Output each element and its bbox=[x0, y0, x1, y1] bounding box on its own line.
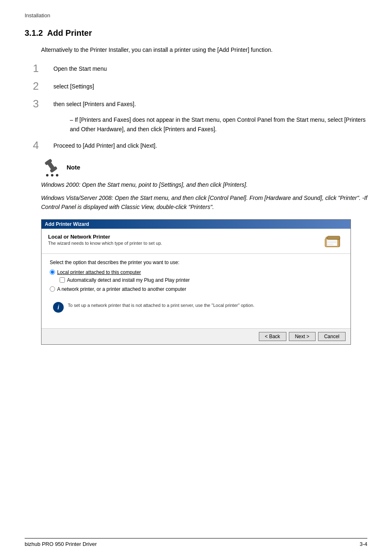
radio-network-printer[interactable]: A network printer, or a printer attached… bbox=[50, 286, 342, 292]
radio-local-printer-label: Local printer attached to this computer bbox=[57, 269, 141, 275]
step-1-text: Open the Start menu bbox=[53, 63, 107, 73]
footer-page: 3-4 bbox=[360, 541, 367, 547]
next-button[interactable]: Next > bbox=[289, 332, 316, 341]
step-2: 2 select [Settings] bbox=[33, 80, 367, 92]
note-label: Note bbox=[67, 164, 80, 171]
checkbox-autodetect-label: Automatically detect and install my Plug… bbox=[67, 277, 190, 283]
note-section: Note Windows 2000: Open the Start menu, … bbox=[41, 157, 367, 212]
section-title: 3.1.2 Add Printer bbox=[25, 28, 367, 38]
wizard-titlebar: Add Printer Wizard bbox=[42, 220, 350, 229]
page-footer: bizhub PRO 950 Printer Driver 3-4 bbox=[25, 538, 367, 547]
wizard-footer: < Back Next > Cancel bbox=[42, 328, 350, 344]
checkbox-autodetect[interactable]: Automatically detect and install my Plug… bbox=[60, 277, 342, 283]
info-icon: i bbox=[53, 302, 64, 313]
step-4-text: Proceed to [Add Printer] and click [Next… bbox=[53, 139, 157, 150]
step-4-number: 4 bbox=[33, 139, 49, 151]
radio-network-printer-input[interactable] bbox=[50, 286, 55, 292]
radio-network-printer-label: A network printer, or a printer attached… bbox=[57, 286, 186, 292]
wizard-header-title: Local or Network Printer bbox=[48, 234, 162, 240]
back-button[interactable]: < Back bbox=[259, 332, 286, 341]
checkbox-autodetect-input[interactable] bbox=[60, 277, 65, 283]
wizard-body: Local or Network Printer The wizard need… bbox=[42, 229, 350, 344]
step-1-number: 1 bbox=[33, 63, 49, 74]
wizard-info-box: i To set up a network printer that is no… bbox=[50, 299, 342, 316]
step-3-number: 3 bbox=[33, 98, 49, 110]
note-icon bbox=[41, 157, 63, 178]
step-3-text: then select [Printers and Faxes]. bbox=[53, 98, 136, 109]
steps-container: 1 Open the Start menu 2 select [Settings… bbox=[33, 63, 367, 151]
footer-product: bizhub PRO 950 Printer Driver bbox=[25, 541, 97, 547]
svg-rect-9 bbox=[327, 236, 340, 239]
wizard-content: Select the option that describes the pri… bbox=[42, 254, 350, 328]
wizard-header-text: Local or Network Printer The wizard need… bbox=[48, 234, 162, 246]
radio-local-printer-input[interactable] bbox=[50, 269, 55, 275]
note-icon-area: Note bbox=[41, 157, 367, 178]
step-3: 3 then select [Printers and Faxes]. bbox=[33, 98, 367, 110]
cancel-button[interactable]: Cancel bbox=[318, 332, 346, 341]
wizard-select-label: Select the option that describes the pri… bbox=[50, 260, 342, 265]
svg-point-5 bbox=[56, 174, 58, 176]
wizard-header-subtitle: The wizard needs to know which type of p… bbox=[48, 241, 162, 246]
note-text-2: Windows Vista/Server 2008: Open the Star… bbox=[41, 193, 367, 212]
svg-point-4 bbox=[51, 174, 53, 176]
wizard-dialog: Add Printer Wizard Local or Network Prin… bbox=[41, 219, 351, 345]
info-text: To set up a network printer that is not … bbox=[68, 302, 254, 309]
intro-text: Alternatively to the Printer Installer, … bbox=[41, 45, 367, 54]
step-2-number: 2 bbox=[33, 80, 49, 92]
step-3-sub: – If [Printers and Faxes] does not appea… bbox=[70, 115, 367, 134]
step-1: 1 Open the Start menu bbox=[33, 63, 367, 74]
svg-point-3 bbox=[46, 174, 48, 176]
radio-local-printer[interactable]: Local printer attached to this computer bbox=[50, 269, 342, 275]
step-4: 4 Proceed to [Add Printer] and click [Ne… bbox=[33, 139, 367, 151]
note-text-1: Windows 2000: Open the Start menu, point… bbox=[41, 180, 367, 189]
wizard-header-icon bbox=[324, 234, 344, 250]
wizard-header: Local or Network Printer The wizard need… bbox=[42, 229, 350, 254]
step-2-text: select [Settings] bbox=[53, 80, 94, 91]
breadcrumb: Installation bbox=[25, 12, 367, 19]
